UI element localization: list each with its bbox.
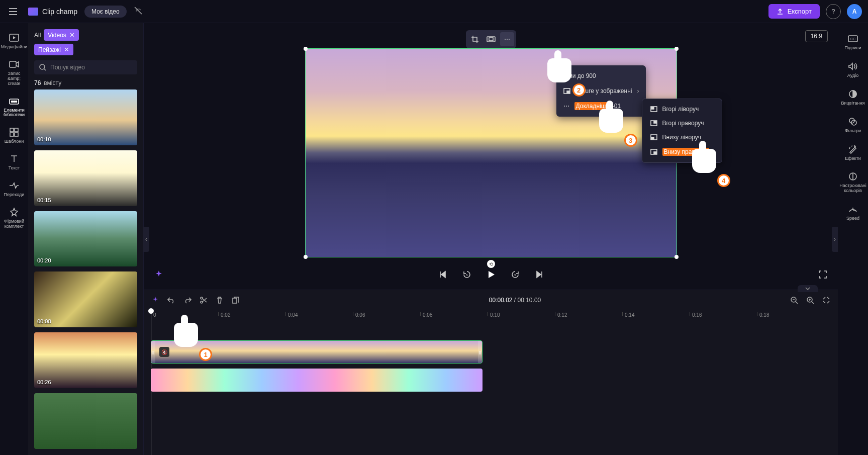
top-bar: Clip champ Моє відео Експорт ? A: [0, 0, 868, 23]
help-button[interactable]: ?: [826, 4, 841, 19]
zoom-in-button[interactable]: [806, 296, 815, 305]
submenu-top-left[interactable]: Вгорі ліворуч: [642, 102, 722, 116]
submenu-bottom-right[interactable]: Внизу праворуч: [642, 144, 722, 159]
svg-point-10: [40, 64, 45, 69]
duplicate-button[interactable]: [231, 296, 240, 305]
ctx-item-resize[interactable]: з'їли до 900: [556, 68, 646, 83]
rail-record[interactable]: Запис &amp; create: [0, 55, 28, 90]
ellipsis-icon: ⋯: [563, 103, 569, 110]
ai-sparkle-icon[interactable]: [151, 296, 160, 305]
clip-handle-left[interactable]: ||: [151, 341, 155, 363]
ctx-item-pip[interactable]: Picture у зображенні ›: [556, 83, 646, 99]
rail-text[interactable]: Текст: [0, 149, 28, 175]
zoom-out-button[interactable]: [790, 296, 799, 305]
ai-sparkle-button[interactable]: [154, 269, 164, 280]
export-button[interactable]: Експорт: [768, 4, 820, 19]
media-thumb[interactable]: 00:08: [34, 271, 137, 327]
clip-handle-right[interactable]: ||: [478, 341, 482, 363]
chip-tag-remove-icon[interactable]: ✕: [64, 46, 69, 53]
rail-fade[interactable]: Вицвітання: [838, 84, 868, 110]
split-button[interactable]: [199, 296, 208, 305]
app-name: Clip champ: [42, 8, 77, 16]
svg-point-4: [14, 101, 15, 102]
context-menu: з'їли до 900 Picture у зображенні › ⋯ До…: [556, 65, 646, 117]
media-panel: All Videos ✕ Пейзажі ✕ Пошук відео 76 вм…: [28, 23, 144, 455]
collapse-right-panel-button[interactable]: ›: [832, 227, 838, 252]
mute-icon[interactable]: 🔇: [159, 347, 169, 357]
pip-br-icon: [650, 149, 657, 155]
resize-handle-br[interactable]: [674, 255, 679, 259]
media-thumb[interactable]: 00:26: [34, 332, 137, 388]
project-name[interactable]: Моє відео: [84, 6, 127, 18]
rail-captions[interactable]: CC Підписи: [838, 29, 868, 55]
playback-controls: 5 5: [144, 264, 838, 285]
user-avatar[interactable]: A: [847, 4, 862, 19]
rail-filters[interactable]: Фільтри: [838, 112, 868, 138]
media-thumbnails: 00:1000:1500:2000:0800:26: [28, 89, 143, 455]
resize-handle-tr[interactable]: [674, 47, 679, 51]
aspect-ratio-button[interactable]: 16:9: [805, 30, 828, 42]
svg-text:CC: CC: [850, 37, 855, 41]
zoom-fit-button[interactable]: [822, 296, 831, 305]
rail-brand[interactable]: Фірмовий комплект: [0, 203, 28, 233]
ruler-tick: 0:18: [757, 312, 769, 316]
chip-videos-remove-icon[interactable]: ✕: [69, 31, 75, 39]
playhead[interactable]: [151, 310, 151, 455]
thumb-duration: 00:10: [37, 136, 51, 142]
menu-button[interactable]: [6, 5, 20, 19]
timeline: 00:00.02 / 00:10.00 00:020:040:060:080:1…: [144, 290, 838, 455]
rail-templates[interactable]: Шаблони: [0, 123, 28, 148]
fit-button[interactable]: [484, 32, 498, 46]
resize-handle-bl[interactable]: [304, 255, 308, 259]
redo-button[interactable]: [183, 296, 192, 305]
more-options-button[interactable]: ⋯: [500, 32, 514, 46]
media-thumb[interactable]: 00:15: [34, 150, 137, 206]
delete-button[interactable]: [215, 296, 224, 305]
chip-videos[interactable]: Videos ✕: [44, 29, 78, 41]
rail-media[interactable]: Медіафайли: [0, 28, 28, 54]
rail-transitions[interactable]: Переходи: [0, 176, 28, 202]
submenu-top-right[interactable]: Вгорі праворуч: [642, 116, 722, 130]
timeline-collapse-button[interactable]: [798, 285, 818, 292]
ruler-tick: 0:02: [218, 312, 230, 316]
svg-rect-12: [489, 38, 493, 41]
svg-rect-1: [10, 61, 16, 67]
pip-tr-icon: [650, 120, 657, 126]
gradient-clip[interactable]: [151, 369, 483, 392]
right-rail: CC Підписи Аудіо Вицвітання Фільтри Ефек…: [838, 23, 868, 455]
media-count: 76 вмісту: [28, 74, 143, 89]
rail-speed[interactable]: Speed: [838, 200, 868, 225]
skip-start-button[interactable]: [438, 269, 448, 280]
rail-effects[interactable]: Ефекти: [838, 140, 868, 165]
breadcrumb-all[interactable]: All: [34, 32, 41, 39]
pip-bl-icon: [650, 134, 657, 140]
submenu-bottom-left[interactable]: Внизу ліворуч: [642, 130, 722, 144]
ctx-item-more[interactable]: ⋯ Докладніше ·01: [556, 99, 646, 114]
media-thumb[interactable]: 00:20: [34, 211, 137, 267]
media-thumb[interactable]: 00:10: [34, 89, 137, 145]
svg-text:5: 5: [514, 274, 516, 277]
play-button[interactable]: [486, 269, 496, 280]
svg-rect-27: [233, 298, 237, 303]
search-input[interactable]: Пошук відео: [34, 60, 137, 74]
rail-audio[interactable]: Аудіо: [838, 57, 868, 82]
forward-5-button[interactable]: 5: [510, 269, 520, 280]
clipchamp-logo-icon: [28, 8, 38, 16]
crop-button[interactable]: [468, 32, 482, 46]
video-clip[interactable]: || || 🔇: [151, 340, 483, 363]
rail-color[interactable]: Настроювані кольорів: [838, 167, 868, 198]
timeline-ruler[interactable]: 00:020:040:060:080:100:120:140:160:18: [144, 310, 838, 320]
fullscreen-button[interactable]: [818, 269, 828, 280]
svg-rect-8: [10, 133, 14, 136]
rail-library[interactable]: Елементи бібліотеки: [0, 92, 28, 122]
undo-button[interactable]: [167, 296, 176, 305]
resize-handle-tl[interactable]: [304, 47, 308, 51]
ruler-tick: 0:12: [555, 312, 567, 316]
rewind-5-button[interactable]: 5: [462, 269, 472, 280]
media-thumb[interactable]: [34, 393, 137, 449]
ruler-tick: 0:08: [420, 312, 432, 316]
chip-tag[interactable]: Пейзажі ✕: [34, 44, 73, 55]
skip-end-button[interactable]: [534, 269, 544, 280]
ruler-tick: 0:04: [285, 312, 298, 316]
svg-text:5: 5: [466, 274, 468, 277]
